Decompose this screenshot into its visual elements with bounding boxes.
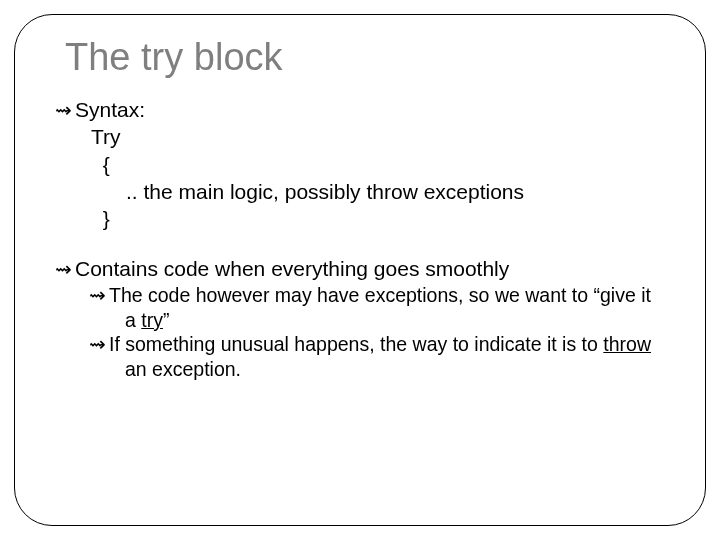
slide-body: ⇝Syntax: Try { .. the main logic, possib…	[55, 97, 665, 381]
slide-title: The try block	[65, 36, 665, 79]
subbullet-2: ⇝If something unusual happens, the way t…	[107, 332, 665, 381]
sub2-pre: If something unusual happens, the way to…	[109, 333, 603, 355]
subbullet-1: ⇝The code however may have exceptions, s…	[107, 283, 665, 332]
code-line-4: }	[91, 205, 665, 232]
sub1-pre: The code however may have exceptions, so…	[109, 284, 651, 331]
code-line-2: {	[91, 151, 665, 178]
spacer	[55, 232, 665, 256]
code-line-3: .. the main logic, possibly throw except…	[91, 178, 665, 205]
code-line-1: Try	[91, 123, 665, 150]
sub1-post: ”	[163, 309, 170, 331]
bullet-contains: ⇝Contains code when everything goes smoo…	[73, 256, 665, 282]
bullet-syntax: ⇝Syntax:	[73, 97, 665, 123]
bullet-text: Contains code when everything goes smoot…	[75, 257, 509, 280]
sub1-underline: try	[141, 309, 163, 331]
bullet-text: Syntax:	[75, 98, 145, 121]
sub2-underline: throw	[603, 333, 651, 355]
sub2-post: an exception.	[125, 358, 241, 380]
slide: The try block ⇝Syntax: Try { .. the main…	[0, 0, 720, 540]
